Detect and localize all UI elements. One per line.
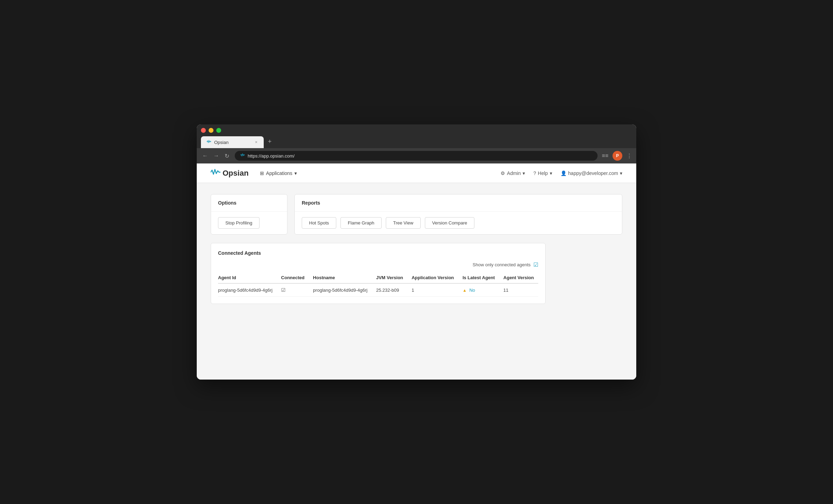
- back-button[interactable]: ←: [201, 151, 209, 160]
- agents-table-header-row: Agent Id Connected Hostname JVM Version …: [218, 272, 538, 283]
- forward-button[interactable]: →: [212, 151, 220, 160]
- reports-title: Reports: [302, 200, 320, 206]
- cell-hostname: proglang-5d6fc4d9d9-4g6rj: [309, 283, 372, 297]
- new-tab-button[interactable]: +: [265, 137, 275, 147]
- col-is-latest: Is Latest Agent: [458, 272, 499, 283]
- tab-title: Opsian: [214, 140, 252, 145]
- admin-nav[interactable]: ⚙ Admin ▾: [501, 170, 525, 176]
- browser-tab[interactable]: Opsian ×: [201, 136, 264, 148]
- options-title: Options: [218, 200, 237, 206]
- refresh-button[interactable]: ↻: [223, 151, 231, 161]
- address-text: https://app.opsian.com/: [248, 153, 294, 159]
- cell-is-latest: ▲ No: [458, 283, 499, 297]
- col-agent-id: Agent Id: [218, 272, 277, 283]
- version-compare-button[interactable]: Version Compare: [425, 217, 474, 229]
- cell-jvm-version: 25.232-b09: [372, 283, 407, 297]
- stop-profiling-button[interactable]: Stop Profiling: [218, 217, 260, 229]
- address-bar-row: ← → ↻ https://app.opsian.com/ ≡≡ P ⋮: [197, 148, 636, 163]
- tree-view-button[interactable]: Tree View: [386, 217, 421, 229]
- user-nav[interactable]: 👤 happy@developer.com ▾: [561, 170, 622, 176]
- tab-close-icon[interactable]: ×: [254, 139, 258, 145]
- connected-check-icon: ☑: [281, 287, 286, 293]
- help-dropdown-icon: ▾: [550, 170, 552, 176]
- header-right: ⚙ Admin ▾ ? Help ▾ 👤 happy@developer.com…: [501, 170, 622, 176]
- close-button[interactable]: [201, 128, 206, 133]
- admin-gear-icon: ⚙: [501, 170, 505, 176]
- logo-text: Opsian: [223, 169, 249, 178]
- reports-panel-body: Hot Spots Flame Graph Tree View Version …: [295, 212, 622, 234]
- table-row: proglang-5d6fc4d9d9-4g6rj ☑ proglang-5d6…: [218, 283, 538, 297]
- flame-graph-button[interactable]: Flame Graph: [340, 217, 382, 229]
- options-panel-body: Stop Profiling: [211, 212, 287, 234]
- app-header: Opsian ⊞ Applications ▾ ⚙ Admin ▾ ? Help…: [197, 163, 636, 183]
- col-app-version: Application Version: [407, 272, 458, 283]
- admin-label: Admin: [507, 170, 521, 176]
- col-hostname: Hostname: [309, 272, 372, 283]
- extensions-icon[interactable]: ≡≡: [602, 153, 608, 159]
- show-only-label: Show only connected agents: [473, 262, 531, 267]
- page-content: Opsian ⊞ Applications ▾ ⚙ Admin ▾ ? Help…: [197, 163, 636, 380]
- applications-label: Applications: [266, 170, 293, 176]
- logo[interactable]: Opsian: [211, 168, 249, 178]
- connected-agents-title: Connected Agents: [218, 250, 538, 256]
- user-dropdown-icon: ▾: [620, 170, 622, 176]
- minimize-button[interactable]: [209, 128, 213, 133]
- tab-bar: Opsian × +: [201, 136, 632, 148]
- reports-panel: Reports Hot Spots Flame Graph Tree View …: [294, 194, 622, 235]
- options-panel-header: Options: [211, 194, 287, 212]
- apps-grid-icon: ⊞: [260, 170, 264, 176]
- agents-table-head: Agent Id Connected Hostname JVM Version …: [218, 272, 538, 283]
- cell-agent-id: proglang-5d6fc4d9d9-4g6rj: [218, 283, 277, 297]
- applications-nav[interactable]: ⊞ Applications ▾: [260, 170, 297, 176]
- address-favicon-icon: [240, 153, 245, 159]
- hot-spots-button[interactable]: Hot Spots: [302, 217, 336, 229]
- apps-dropdown-icon: ▾: [294, 170, 297, 176]
- col-connected: Connected: [277, 272, 309, 283]
- show-connected-row: Show only connected agents ☑: [218, 261, 538, 268]
- options-panel: Options Stop Profiling: [211, 194, 287, 235]
- browser-window: Opsian × + ← → ↻ https://app.opsian.com/…: [197, 124, 636, 380]
- traffic-lights: [201, 128, 632, 133]
- agents-table: Agent Id Connected Hostname JVM Version …: [218, 272, 538, 297]
- cell-connected: ☑: [277, 283, 309, 297]
- tab-favicon-icon: [207, 139, 211, 145]
- logo-wave-icon: [211, 168, 220, 178]
- help-nav[interactable]: ? Help ▾: [533, 170, 552, 176]
- show-only-checkbox[interactable]: ☑: [533, 261, 538, 268]
- panels-row: Options Stop Profiling Reports Hot Spots…: [211, 194, 622, 235]
- col-agent-version: Agent Version: [499, 272, 538, 283]
- agents-table-body: proglang-5d6fc4d9d9-4g6rj ☑ proglang-5d6…: [218, 283, 538, 297]
- maximize-button[interactable]: [216, 128, 221, 133]
- toolbar-right: ≡≡ P ⋮: [602, 151, 632, 161]
- browser-chrome: Opsian × +: [197, 124, 636, 148]
- main-content: Options Stop Profiling Reports Hot Spots…: [197, 183, 636, 315]
- cell-agent-version: 11: [499, 283, 538, 297]
- is-latest-no-link[interactable]: No: [469, 288, 475, 293]
- help-question-icon: ?: [533, 170, 536, 176]
- header-left: Opsian ⊞ Applications ▾: [211, 168, 297, 178]
- col-jvm-version: JVM Version: [372, 272, 407, 283]
- reports-panel-header: Reports: [295, 194, 622, 212]
- nav-buttons: ← → ↻: [201, 151, 231, 161]
- cell-app-version: 1: [407, 283, 458, 297]
- agents-panel: Connected Agents Show only connected age…: [211, 243, 546, 304]
- address-bar[interactable]: https://app.opsian.com/: [235, 151, 598, 161]
- user-email: happy@developer.com: [568, 170, 618, 176]
- user-icon: 👤: [561, 170, 566, 176]
- warning-triangle-icon: ▲: [463, 288, 467, 293]
- help-label: Help: [538, 170, 548, 176]
- admin-dropdown-icon: ▾: [523, 170, 525, 176]
- menu-icon[interactable]: ⋮: [626, 153, 632, 159]
- user-avatar[interactable]: P: [613, 151, 622, 161]
